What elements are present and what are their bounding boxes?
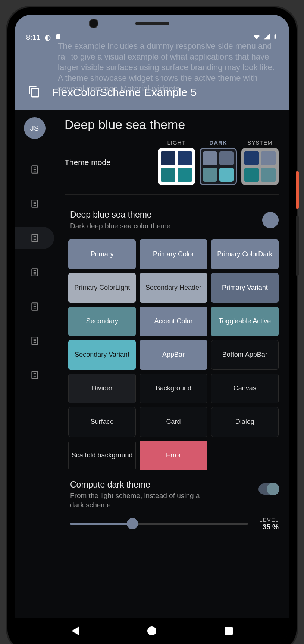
- rail-item-1[interactable]: [15, 193, 54, 215]
- phone-notch: [111, 19, 193, 28]
- swatch-dark: [200, 148, 237, 185]
- nav-back-icon[interactable]: [72, 626, 79, 635]
- swatch-light: [158, 148, 195, 185]
- status-bar: 8:11 ◐: [15, 30, 289, 45]
- color-tile-accent-color[interactable]: Accent Color: [140, 307, 207, 336]
- level-value: 35 %: [259, 523, 279, 531]
- battery-icon: [273, 32, 278, 42]
- rail-item-4[interactable]: [15, 295, 54, 318]
- theme-mode-light[interactable]: LIGHT: [158, 139, 195, 185]
- app-bar: The example includes a dummy responsive …: [15, 15, 289, 110]
- color-tile-toggleable-active[interactable]: Toggleable Active: [211, 307, 279, 336]
- color-tile-background[interactable]: Background: [140, 374, 207, 403]
- color-tile-appbar[interactable]: AppBar: [140, 340, 207, 370]
- status-time: 8:11: [26, 33, 41, 42]
- level-label: LEVEL: [259, 517, 279, 523]
- compute-switch[interactable]: [258, 483, 279, 495]
- theme-mode-system[interactable]: SYSTEM: [241, 139, 279, 185]
- wifi-icon: [253, 32, 261, 42]
- compute-title: Compute dark theme: [70, 480, 201, 490]
- status-icon-1: ◐: [44, 33, 51, 42]
- theme-subtitle: Dark deep blue sea color theme.: [70, 222, 173, 230]
- appbar-title: FlexColorScheme Example 5: [52, 86, 197, 99]
- android-nav-bar: [15, 618, 289, 644]
- color-tile-dialog[interactable]: Dialog: [211, 407, 279, 437]
- color-tile-canvas[interactable]: Canvas: [211, 374, 279, 403]
- color-tile-primary-colorlight[interactable]: Primary ColorLight: [68, 273, 136, 303]
- level-slider[interactable]: [70, 516, 248, 531]
- color-tile-error[interactable]: Error: [140, 441, 207, 470]
- color-tile-bottom-appbar[interactable]: Bottom AppBar: [211, 340, 279, 370]
- color-tile-secondary[interactable]: Secondary: [68, 307, 136, 336]
- color-tile-primary-variant[interactable]: Primary Variant: [211, 273, 279, 303]
- page-title: Deep blue sea theme: [65, 117, 279, 132]
- color-tile-secondary-header[interactable]: Secondary Header: [140, 273, 207, 303]
- theme-mode-label-light: LIGHT: [167, 139, 185, 146]
- color-tile-primary-color[interactable]: Primary Color: [140, 239, 207, 269]
- rail-item-6[interactable]: [15, 364, 54, 386]
- color-tile-card[interactable]: Card: [140, 407, 207, 437]
- theme-mode-label: Theme mode: [65, 158, 111, 167]
- rail-item-3[interactable]: [15, 261, 54, 283]
- signal-icon: [263, 33, 270, 42]
- color-tile-secondary-variant[interactable]: Secondary Variant: [68, 340, 136, 370]
- sd-card-icon: [54, 33, 61, 42]
- copy-icon[interactable]: [28, 85, 41, 99]
- nav-recent-icon[interactable]: [225, 627, 233, 635]
- theme-mode-label-dark: DARK: [209, 139, 227, 146]
- navigation-rail: JS: [15, 110, 54, 618]
- avatar[interactable]: JS: [24, 117, 46, 139]
- theme-title: Deep blue sea theme: [70, 210, 173, 220]
- rail-item-5[interactable]: [15, 330, 54, 352]
- theme-color-dot[interactable]: [262, 212, 279, 228]
- rail-item-0[interactable]: [15, 158, 54, 181]
- compute-subtitle: From the light scheme, instead of using …: [70, 491, 201, 510]
- color-tile-surface[interactable]: Surface: [68, 407, 136, 437]
- power-button[interactable]: [296, 171, 299, 209]
- volume-button[interactable]: [296, 216, 299, 276]
- color-tile-primary-colordark[interactable]: Primary ColorDark: [211, 239, 279, 269]
- swatch-system: [241, 148, 279, 185]
- color-tile-primary[interactable]: Primary: [68, 239, 136, 269]
- rail-item-2[interactable]: [15, 227, 54, 249]
- nav-home-icon[interactable]: [147, 626, 156, 635]
- theme-mode-dark[interactable]: DARK: [200, 139, 237, 185]
- color-tile-divider[interactable]: Divider: [68, 374, 136, 403]
- theme-mode-label-system: SYSTEM: [247, 139, 273, 146]
- color-tile-scaffold-background[interactable]: Scaffold background: [68, 441, 136, 470]
